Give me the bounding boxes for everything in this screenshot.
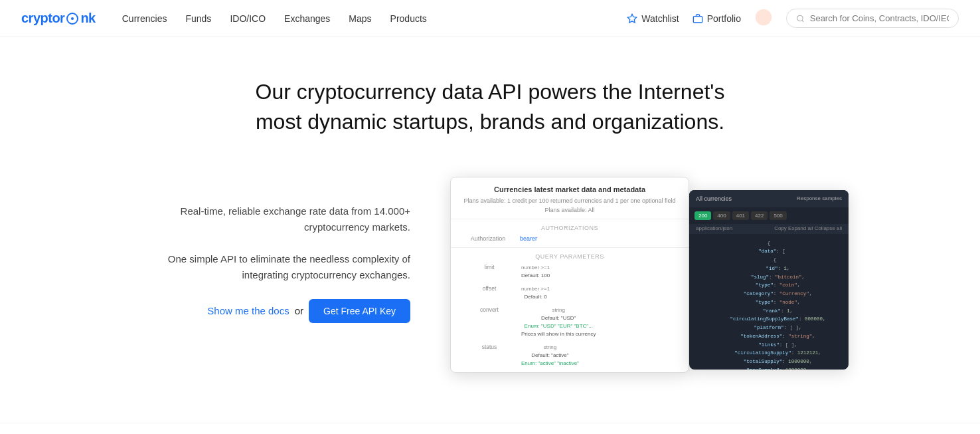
nav-link-funds[interactable]: Funds <box>185 13 211 24</box>
panel-auth-label: AUTHORIZATIONS <box>451 222 689 233</box>
rocket-icon: 🚀 <box>754 8 773 27</box>
search-input[interactable] <box>810 13 949 23</box>
stats-section: 2000+ Cryptocurrencies 15.000+ Trading p… <box>0 423 980 434</box>
hero-content: Real-time, reliable exchange rate data f… <box>92 177 888 376</box>
portfolio-icon <box>693 13 703 24</box>
dark-actions: Copy Expand all Collapse all <box>774 225 842 231</box>
nav-right: Watchlist Portfolio 🚀 <box>627 8 959 29</box>
api-panel-dark: All currencies Response samples 200 400 … <box>689 190 849 370</box>
panel-param-offset: offset number >=1Default: 0 <box>451 282 689 304</box>
cta-separator: or <box>295 305 303 316</box>
search-icon <box>796 14 805 23</box>
svg-rect-1 <box>693 16 702 22</box>
panel-param-sort: sort stringDefault: "rank"Enum: "id" "ca… <box>451 370 689 373</box>
svg-point-4 <box>797 15 803 21</box>
dark-tab-401[interactable]: 401 <box>732 211 749 220</box>
get-api-key-button[interactable]: Get Free API Key <box>309 299 410 323</box>
dark-tab-400[interactable]: 400 <box>713 211 730 220</box>
api-preview: Currencies latest market data and metada… <box>450 177 849 376</box>
star-icon <box>627 13 637 24</box>
watchlist-button[interactable]: Watchlist <box>627 13 679 24</box>
dark-response-label: Response samples <box>797 195 842 201</box>
panel-params-label: QUERY PARAMETERS <box>451 251 689 261</box>
watchlist-label: Watchlist <box>641 13 679 24</box>
dark-panel-header: All currencies Response samples <box>689 190 849 207</box>
panel-param-status: status stringDefault: "active"Enum: "act… <box>451 341 689 370</box>
panel-divider-2 <box>451 247 689 248</box>
nav-link-maps[interactable]: Maps <box>349 13 371 24</box>
logo[interactable]: cryptornk <box>21 11 96 26</box>
nav-link-ido-ico[interactable]: IDO/ICO <box>230 13 266 24</box>
dark-panel-title: All currencies <box>696 195 732 202</box>
dark-tabs: 200 400 401 422 500 <box>689 207 849 224</box>
hero-text: Real-time, reliable exchange rate data f… <box>131 177 410 323</box>
hero-paragraph-2: One simple API to eliminate the needless… <box>131 251 410 283</box>
hero-section: Our cryptocurrency data API powers the I… <box>0 37 980 409</box>
dark-content-type: application/json <box>696 225 732 231</box>
api-panel-light: Currencies latest market data and metada… <box>450 177 689 373</box>
panel-auth-value: bearer <box>520 235 537 242</box>
svg-point-2 <box>756 9 772 25</box>
logo-text: cryptor <box>21 11 64 26</box>
search-bar[interactable] <box>786 9 959 28</box>
panel-auth-type: Authorization <box>461 235 515 242</box>
navbar: cryptornk Currencies Funds IDO/ICO Excha… <box>0 0 980 37</box>
rocket-button[interactable]: 🚀 <box>754 8 773 29</box>
panel-param-limit: limit number >=1Default: 100 <box>451 261 689 282</box>
logo-text-2: nk <box>80 11 95 26</box>
nav-link-exchanges[interactable]: Exchanges <box>284 13 330 24</box>
panel-light-sub: Plans available: 1 credit per 100 return… <box>451 197 689 207</box>
panel-divider-1 <box>451 219 689 219</box>
nav-link-currencies[interactable]: Currencies <box>122 13 167 24</box>
portfolio-label: Portfolio <box>707 13 741 24</box>
dark-tab-500[interactable]: 500 <box>770 211 786 220</box>
docs-link[interactable]: Show me the docs <box>207 305 289 316</box>
nav-link-products[interactable]: Products <box>390 13 427 24</box>
panel-auth-row: Authorization bearer <box>451 233 689 245</box>
nav-links: Currencies Funds IDO/ICO Exchanges Maps … <box>122 13 606 24</box>
dark-content-type-row: application/json Copy Expand all Collaps… <box>689 224 849 234</box>
logo-orbit-icon <box>66 13 78 25</box>
panel-param-convert: convert stringDefault: "USD"Enum: "USD" … <box>451 304 689 341</box>
panel-light-header: Currencies latest market data and metada… <box>451 177 689 197</box>
hero-paragraph-1: Real-time, reliable exchange rate data f… <box>131 203 410 235</box>
dark-tab-422[interactable]: 422 <box>751 211 768 220</box>
dark-tab-200[interactable]: 200 <box>694 211 711 220</box>
hero-cta: Show me the docs or Get Free API Key <box>131 299 410 323</box>
hero-title: Our cryptocurrency data API powers the I… <box>238 77 742 137</box>
dark-code-block: { "data": [ { "id": 1, "slug": "bitcoin"… <box>689 234 849 370</box>
svg-marker-0 <box>628 14 637 23</box>
panel-light-plans: Plans available: All <box>451 207 689 216</box>
portfolio-button[interactable]: Portfolio <box>693 13 741 24</box>
